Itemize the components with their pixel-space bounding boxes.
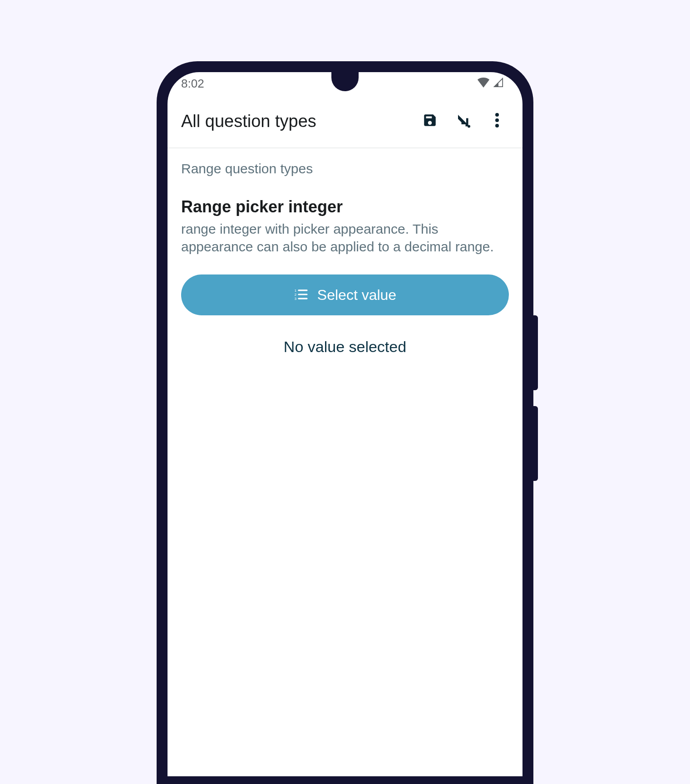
select-value-button[interactable]: 1 2 3 Select value xyxy=(181,274,509,315)
phone-side-button xyxy=(533,406,538,481)
screen: 8:02 All question types xyxy=(168,72,522,776)
more-button[interactable] xyxy=(484,108,510,134)
svg-text:3: 3 xyxy=(295,296,296,300)
more-vert-icon xyxy=(495,113,499,130)
goto-button[interactable] xyxy=(451,108,476,134)
phone-frame: 8:02 All question types xyxy=(157,61,533,784)
signal-icon xyxy=(493,77,504,91)
save-icon xyxy=(422,113,438,130)
content: Range question types Range picker intege… xyxy=(168,148,522,368)
select-value-label: Select value xyxy=(317,287,396,304)
svg-point-0 xyxy=(468,125,470,128)
no-value-text: No value selected xyxy=(181,338,509,356)
status-time: 8:02 xyxy=(181,77,204,91)
group-label: Range question types xyxy=(181,161,509,176)
arrow-down-right-icon xyxy=(455,112,472,130)
wifi-icon xyxy=(477,77,490,91)
svg-point-1 xyxy=(495,113,499,117)
svg-point-2 xyxy=(495,118,499,122)
svg-text:1: 1 xyxy=(295,289,296,293)
svg-text:2: 2 xyxy=(295,292,296,296)
save-button[interactable] xyxy=(417,108,443,134)
app-bar: All question types xyxy=(168,95,522,147)
svg-point-3 xyxy=(495,124,499,127)
question-title: Range picker integer xyxy=(181,197,509,216)
page-title: All question types xyxy=(181,112,409,131)
phone-side-button xyxy=(533,315,538,390)
question-description: range integer with picker appearance. Th… xyxy=(181,220,509,255)
list-icon: 1 2 3 xyxy=(294,289,308,302)
